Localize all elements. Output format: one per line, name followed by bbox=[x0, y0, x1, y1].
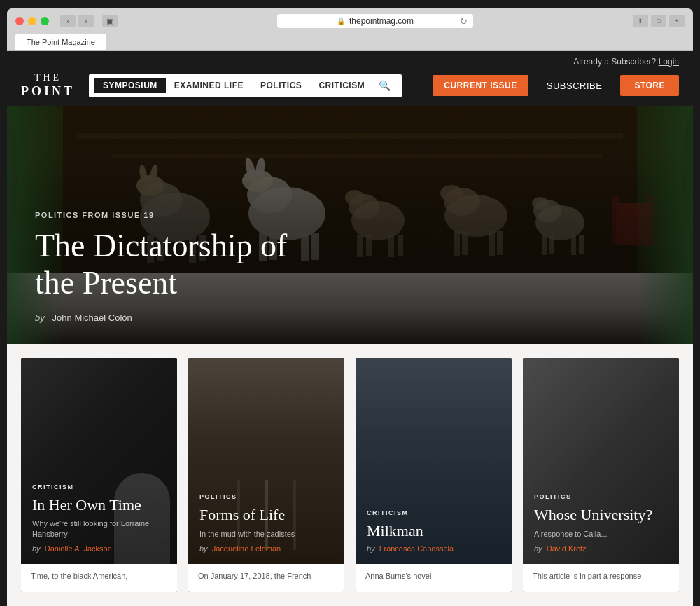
article-card-2-image: POLITICS Forms of Life In the mud with t… bbox=[188, 358, 344, 564]
hero-title-line1: The Dictatorship of bbox=[35, 228, 287, 263]
subscriber-label: Already a Subscriber? bbox=[573, 57, 656, 67]
address-bar[interactable]: 🔒 thepointmag.com ↻ bbox=[277, 14, 473, 28]
logo-point: POINT bbox=[21, 84, 75, 99]
browser-titlebar: ‹ › ▣ 🔒 thepointmag.com ↻ ⬆ □ + bbox=[7, 8, 693, 34]
nav-item-criticism[interactable]: CRITICISM bbox=[310, 78, 373, 93]
article-1-category: CRITICISM bbox=[32, 483, 166, 490]
article-3-author: by Francesca Capossela bbox=[367, 544, 500, 553]
article-3-content: CRITICISM Milkman by Francesca Capossela bbox=[356, 498, 512, 564]
reload-button[interactable]: ↻ bbox=[460, 16, 468, 27]
hero-title: The Dictatorship of the Present bbox=[35, 228, 399, 302]
site-logo[interactable]: THE POINT bbox=[21, 72, 75, 99]
articles-grid: CRITICISM In Her Own Time Why we're stil… bbox=[21, 358, 679, 592]
website-content: Already a Subscriber? Login THE POINT SY… bbox=[7, 51, 693, 606]
nav-menu: SYMPOSIUM EXAMINED LIFE POLITICS CRITICI… bbox=[89, 74, 402, 97]
article-card-1-image: CRITICISM In Her Own Time Why we're stil… bbox=[21, 358, 177, 564]
store-button[interactable]: STORE bbox=[620, 75, 679, 96]
nav-buttons: ‹ › bbox=[60, 15, 94, 27]
hero-title-line2: the Present bbox=[35, 265, 177, 301]
nav-item-examined-life[interactable]: EXAMINED LIFE bbox=[166, 78, 252, 93]
subscriber-text: Already a Subscriber? Login bbox=[573, 57, 679, 67]
article-4-author-name: David Kretz bbox=[547, 544, 587, 553]
article-2-author-name: Jacqueline Feldman bbox=[212, 544, 281, 553]
back-button[interactable]: ‹ bbox=[60, 15, 76, 27]
article-4-content: POLITICS Whose University? A response to… bbox=[523, 482, 679, 564]
article-2-author: by Jacqueline Feldman bbox=[200, 544, 333, 553]
article-card-1[interactable]: CRITICISM In Her Own Time Why we're stil… bbox=[21, 358, 177, 592]
article-1-author: by Danielle A. Jackson bbox=[32, 544, 166, 553]
hero-section[interactable]: POLITICS FROM ISSUE 19 The Dictatorship … bbox=[7, 106, 693, 344]
article-card-3[interactable]: CRITICISM Milkman by Francesca Capossela… bbox=[356, 358, 512, 592]
article-1-content: CRITICISM In Her Own Time Why we're stil… bbox=[21, 472, 177, 564]
reader-mode-button[interactable]: ▣ bbox=[102, 15, 118, 27]
hero-category: POLITICS FROM ISSUE 19 bbox=[35, 211, 665, 219]
duplicate-tab-button[interactable]: □ bbox=[651, 15, 666, 27]
url-text: thepointmag.com bbox=[349, 16, 414, 26]
article-3-excerpt: Anna Burns's novel bbox=[356, 564, 512, 592]
article-4-subtitle: A response to Calla... bbox=[534, 529, 668, 539]
article-1-excerpt: Time, to the black American, bbox=[21, 564, 177, 592]
article-3-author-name: Francesca Capossela bbox=[379, 544, 454, 553]
article-4-excerpt: This article is in part a response bbox=[523, 564, 679, 592]
article-3-category: CRITICISM bbox=[367, 509, 500, 516]
traffic-lights bbox=[15, 17, 49, 25]
minimize-button[interactable] bbox=[28, 17, 36, 25]
nav-item-politics[interactable]: POLITICS bbox=[252, 78, 310, 93]
article-2-by: by bbox=[200, 544, 208, 553]
article-3-by: by bbox=[367, 544, 375, 553]
article-2-title: Forms of Life bbox=[200, 506, 333, 524]
article-2-content: POLITICS Forms of Life In the mud with t… bbox=[188, 482, 344, 564]
article-card-4-image: POLITICS Whose University? A response to… bbox=[523, 358, 679, 564]
article-card-4[interactable]: POLITICS Whose University? A response to… bbox=[523, 358, 679, 592]
article-card-2[interactable]: POLITICS Forms of Life In the mud with t… bbox=[188, 358, 344, 592]
login-link[interactable]: Login bbox=[659, 57, 679, 67]
browser-actions: ⬆ □ + bbox=[633, 15, 685, 27]
articles-section: CRITICISM In Her Own Time Why we're stil… bbox=[7, 344, 693, 606]
header-buttons: CURRENT ISSUE SUBSCRIBE STORE bbox=[433, 75, 679, 97]
article-1-title: In Her Own Time bbox=[32, 496, 166, 514]
new-tab-button[interactable]: + bbox=[669, 15, 685, 27]
current-issue-button[interactable]: CURRENT ISSUE bbox=[433, 75, 528, 96]
article-4-category: POLITICS bbox=[534, 493, 668, 500]
subscribe-button[interactable]: SUBSCRIBE bbox=[536, 75, 614, 97]
article-2-subtitle: In the mud with the zadistes bbox=[200, 529, 333, 539]
header-main: THE POINT SYMPOSIUM EXAMINED LIFE POLITI… bbox=[7, 67, 693, 106]
article-1-author-name: Danielle A. Jackson bbox=[45, 544, 112, 553]
hero-author: by John Michael Colón bbox=[35, 312, 665, 323]
address-bar-container: 🔒 thepointmag.com ↻ bbox=[123, 14, 627, 28]
article-4-title: Whose University? bbox=[534, 506, 668, 524]
nav-item-symposium[interactable]: SYMPOSIUM bbox=[94, 78, 166, 93]
close-button[interactable] bbox=[15, 17, 24, 25]
hero-content: POLITICS FROM ISSUE 19 The Dictatorship … bbox=[7, 190, 693, 345]
tab-bar: The Point Magazine bbox=[7, 34, 693, 51]
article-2-excerpt: On January 17, 2018, the French bbox=[188, 564, 344, 592]
article-4-by: by bbox=[534, 544, 542, 553]
search-icon[interactable]: 🔍 bbox=[373, 77, 396, 95]
share-button[interactable]: ⬆ bbox=[633, 15, 648, 27]
hero-by: by bbox=[35, 312, 45, 323]
article-card-3-image: CRITICISM Milkman by Francesca Capossela bbox=[356, 358, 512, 564]
forward-button[interactable]: › bbox=[78, 15, 94, 27]
maximize-button[interactable] bbox=[41, 17, 49, 25]
site-header: Already a Subscriber? Login THE POINT SY… bbox=[7, 51, 693, 106]
hero-author-name: John Michael Colón bbox=[52, 312, 132, 323]
article-3-title: Milkman bbox=[367, 522, 500, 540]
article-1-subtitle: Why we're still looking for Lorraine Han… bbox=[32, 518, 166, 539]
browser-tab[interactable]: The Point Magazine bbox=[15, 34, 106, 50]
header-top: Already a Subscriber? Login bbox=[7, 51, 693, 67]
article-2-category: POLITICS bbox=[200, 493, 333, 500]
logo-the: THE bbox=[21, 72, 75, 84]
article-4-author: by David Kretz bbox=[534, 544, 668, 553]
browser-window: ‹ › ▣ 🔒 thepointmag.com ↻ ⬆ □ + The Poin… bbox=[7, 8, 693, 51]
article-1-by: by bbox=[32, 544, 41, 553]
lock-icon: 🔒 bbox=[337, 18, 345, 25]
